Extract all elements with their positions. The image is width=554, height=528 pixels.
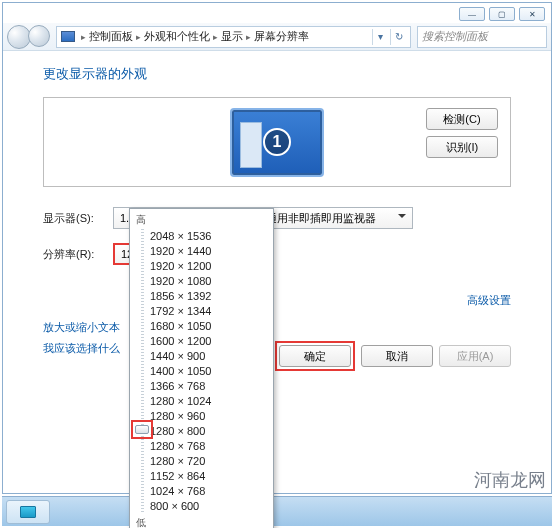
resolution-option[interactable]: 800 × 600 [150,499,265,514]
forward-button[interactable] [28,25,50,47]
crumb-resolution[interactable]: 屏幕分辨率 [254,29,309,44]
watermark: 河南龙网 [474,468,546,492]
resolution-option[interactable]: 1152 × 864 [150,469,265,484]
resolution-option[interactable]: 1920 × 1440 [150,244,265,259]
display-label: 显示器(S): [43,211,113,226]
taskbar-display-app[interactable] [6,500,50,524]
slider-high-label: 高 [136,213,265,227]
crumb-appearance[interactable]: 外观和个性化 [144,29,210,44]
history-dropdown[interactable]: ▾ [372,29,388,45]
content-area: 更改显示器的外观 1 检测(C) 识别(I) 显示器(S): 1. 标准 VGA… [3,51,551,376]
breadcrumb[interactable]: ▸ 控制面板 ▸ 外观和个性化 ▸ 显示 ▸ 屏幕分辨率 ▾ ↻ [56,26,411,48]
nav-buttons [7,25,50,49]
resolution-row: 分辨率(R): 1280 × 768 [43,243,511,265]
search-input[interactable]: 搜索控制面板 [417,26,547,48]
resolution-option[interactable]: 1280 × 1024 [150,394,265,409]
resolution-option[interactable]: 1856 × 1392 [150,289,265,304]
resolution-option[interactable]: 1440 × 900 [150,349,265,364]
resolution-option[interactable]: 1024 × 768 [150,484,265,499]
cancel-button[interactable]: 取消 [361,345,433,367]
monitor-thumbnail[interactable]: 1 [232,110,322,175]
resolution-option[interactable]: 1920 × 1080 [150,274,265,289]
slider-low-label: 低 [136,516,265,528]
resolution-label: 分辨率(R): [43,247,113,262]
crumb-display[interactable]: 显示 [221,29,243,44]
text-size-link[interactable]: 放大或缩小文本 [43,320,511,335]
maximize-button[interactable]: ▢ [489,7,515,21]
taskbar [2,496,552,526]
resolution-option[interactable]: 1400 × 1050 [150,364,265,379]
breadcrumb-sep: ▸ [81,32,86,42]
slider-track[interactable] [141,229,144,514]
breadcrumb-sep: ▸ [136,32,141,42]
page-title: 更改显示器的外观 [43,65,511,83]
resolution-option[interactable]: 1280 × 800 [150,424,265,439]
ok-highlight: 确定 [275,341,355,371]
apply-button: 应用(A) [439,345,511,367]
ok-button[interactable]: 确定 [279,345,351,367]
display-app-icon [20,506,36,518]
advanced-settings-link[interactable]: 高级设置 [467,293,511,308]
detect-button[interactable]: 检测(C) [426,108,498,130]
resolution-popup: 高 2048 × 15361920 × 14401920 × 12001920 … [129,208,274,528]
resolution-option[interactable]: 2048 × 1536 [150,229,265,244]
resolution-option[interactable]: 1280 × 720 [150,454,265,469]
slider-highlight [131,420,153,439]
resolution-option[interactable]: 1280 × 768 [150,439,265,454]
close-button[interactable]: ✕ [519,7,545,21]
breadcrumb-sep: ▸ [246,32,251,42]
crumb-control-panel[interactable]: 控制面板 [89,29,133,44]
dialog-buttons: 确定 取消 应用(A) [275,341,511,371]
control-panel-window: — ▢ ✕ ▸ 控制面板 ▸ 外观和个性化 ▸ 显示 ▸ 屏幕分辨率 ▾ ↻ 搜… [2,2,552,494]
resolution-option[interactable]: 1680 × 1050 [150,319,265,334]
monitor-icon [61,31,75,42]
resolution-option[interactable]: 1920 × 1200 [150,259,265,274]
breadcrumb-sep: ▸ [213,32,218,42]
window-controls: — ▢ ✕ [459,7,545,21]
refresh-button[interactable]: ↻ [390,29,406,45]
minimize-button[interactable]: — [459,7,485,21]
address-bar: ▸ 控制面板 ▸ 外观和个性化 ▸ 显示 ▸ 屏幕分辨率 ▾ ↻ 搜索控制面板 [3,23,551,51]
display-preview: 1 检测(C) 识别(I) [43,97,511,187]
resolution-option[interactable]: 1280 × 960 [150,409,265,424]
resolution-option[interactable]: 1600 × 1200 [150,334,265,349]
identify-button[interactable]: 识别(I) [426,136,498,158]
display-row: 显示器(S): 1. 标准 VGA 图形适配器 上的 通用非即插即用监视器 [43,207,511,229]
monitor-number: 1 [263,128,291,156]
resolution-option[interactable]: 1366 × 768 [150,379,265,394]
resolution-option[interactable]: 1792 × 1344 [150,304,265,319]
